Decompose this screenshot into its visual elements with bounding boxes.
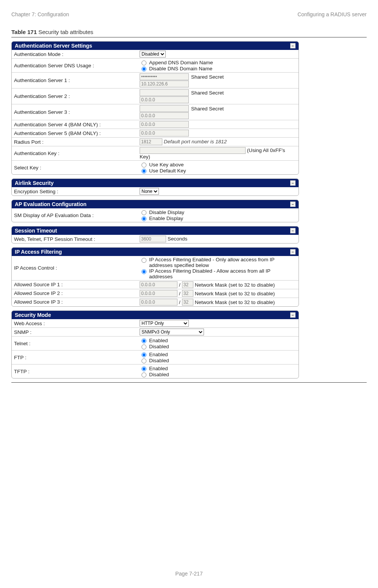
page-footer: Page 7-217: [0, 571, 378, 577]
auth-server3-ip[interactable]: [140, 112, 189, 119]
slash-label: /: [179, 299, 180, 305]
tftp-label: TFTP :: [12, 365, 137, 379]
snmp-select[interactable]: SNMPv3 Only: [140, 329, 204, 335]
collapse-icon[interactable]: −: [290, 202, 296, 207]
section-security-mode: Security Mode − Web Access : HTTP Only S…: [11, 310, 299, 379]
auth-server1-secret[interactable]: [140, 73, 189, 80]
table-name: Security tab attributes: [37, 29, 93, 35]
section-header-ipfilter: IP Access Filtering −: [12, 248, 299, 256]
ip-filter-disabled-radio[interactable]: [142, 269, 146, 274]
slash-label: /: [179, 282, 180, 288]
collapse-icon[interactable]: −: [290, 249, 296, 254]
divider: [11, 37, 367, 37]
use-default-key-radio[interactable]: [142, 169, 146, 174]
ip-control-label: IP Access Control :: [12, 256, 137, 280]
section-title: Security Mode: [15, 312, 51, 318]
mask-note: Network Mask (set to 32 to disable): [195, 282, 275, 288]
telnet-disabled-radio[interactable]: [142, 344, 146, 349]
encryption-select[interactable]: None: [140, 188, 159, 195]
ip-filter-disabled-label: IP Access Filtering Disabled - Allow acc…: [149, 268, 295, 279]
ip-filter-enabled-label: IP Access Filtering Enabled - Only allow…: [149, 257, 295, 268]
allowed-ip1-input[interactable]: [140, 281, 177, 288]
section-title: AP Evaluation Configuration: [15, 201, 87, 207]
table-caption: Table 171 Security tab attributes: [11, 29, 367, 35]
dns-disable-radio[interactable]: [142, 67, 146, 71]
section-header-secmode: Security Mode −: [12, 311, 299, 319]
section-title: Session Timeout: [15, 228, 57, 234]
ftp-enabled-radio[interactable]: [142, 352, 146, 357]
auth-mode-label: Authentication Mode :: [12, 50, 137, 59]
session-timeout-label: Web, Telnet, FTP Session Timeout :: [12, 235, 137, 243]
section-ap-eval: AP Evaluation Configuration − SM Display…: [11, 200, 299, 222]
disabled-label: Disabled: [149, 358, 169, 363]
session-timeout-input[interactable]: [140, 236, 166, 242]
auth-mode-select[interactable]: Disabled: [140, 51, 166, 57]
disabled-label: Disabled: [149, 344, 169, 349]
enabled-label: Enabled: [149, 352, 168, 357]
enable-display-radio[interactable]: [142, 216, 146, 221]
allowed-ip3-label: Allowed Source IP 3 :: [12, 298, 137, 306]
mask-note: Network Mask (set to 32 to disable): [195, 291, 275, 296]
shared-secret-label: Shared Secret: [191, 90, 224, 96]
collapse-icon[interactable]: −: [290, 228, 296, 233]
dns-disable-label: Disable DNS Domain Name: [149, 66, 212, 71]
allowed-ip3-mask[interactable]: [182, 299, 193, 306]
section-title: Airlink Security: [15, 180, 54, 186]
collapse-icon[interactable]: −: [290, 180, 296, 186]
enabled-label: Enabled: [149, 338, 168, 343]
page-header: Chapter 7: Configuration Configuring a R…: [11, 11, 367, 17]
auth-server1-label: Authentication Server 1 :: [12, 73, 137, 88]
shared-secret-label: Shared Secret: [191, 106, 224, 112]
section-title: IP Access Filtering: [15, 249, 62, 255]
slash-label: /: [179, 291, 180, 296]
section-header-airlink: Airlink Security −: [12, 179, 299, 187]
telnet-enabled-radio[interactable]: [142, 338, 146, 343]
dns-append-radio[interactable]: [142, 61, 146, 65]
section-header-apeval: AP Evaluation Configuration −: [12, 200, 299, 208]
ftp-disabled-radio[interactable]: [142, 358, 146, 363]
mask-note: Network Mask (set to 32 to disable): [195, 299, 275, 305]
allowed-ip1-label: Allowed Source IP 1 :: [12, 280, 137, 289]
snmp-label: SNMP :: [12, 328, 137, 337]
auth-server4-ip[interactable]: [140, 121, 189, 128]
shared-secret-label: Shared Secret: [191, 74, 224, 80]
select-key-label: Select Key :: [12, 161, 137, 175]
telnet-label: Telnet :: [12, 337, 137, 351]
tftp-disabled-radio[interactable]: [142, 372, 146, 377]
disable-display-radio[interactable]: [142, 210, 146, 215]
section-title: Authentication Server Settings: [15, 43, 92, 49]
encryption-label: Encryption Setting :: [12, 187, 137, 195]
disable-display-label: Disable Display: [149, 209, 184, 215]
web-access-label: Web Access :: [12, 319, 137, 328]
auth-server4-label: Authentication Server 4 (BAM ONLY) :: [12, 120, 137, 129]
auth-key-label: Authentication Key :: [12, 146, 137, 161]
use-key-above-label: Use Key above: [149, 162, 184, 168]
disabled-label: Disabled: [149, 372, 169, 377]
auth-server1-ip[interactable]: [140, 81, 189, 87]
use-key-above-radio[interactable]: [142, 163, 146, 168]
allowed-ip3-input[interactable]: [140, 299, 177, 306]
section-auth-settings: Authentication Server Settings − Authent…: [11, 41, 299, 175]
tftp-enabled-radio[interactable]: [142, 366, 146, 371]
auth-server2-secret[interactable]: [140, 89, 189, 96]
auth-server3-secret[interactable]: [140, 105, 189, 112]
allowed-ip2-input[interactable]: [140, 290, 177, 297]
section-header-auth: Authentication Server Settings −: [12, 42, 299, 50]
radius-port-input[interactable]: [140, 138, 162, 145]
auth-server2-ip[interactable]: [140, 96, 189, 103]
auth-key-input[interactable]: [140, 147, 246, 154]
divider: [11, 382, 367, 383]
header-right: Configuring a RADIUS server: [297, 11, 367, 17]
allowed-ip2-mask[interactable]: [182, 290, 193, 297]
web-access-select[interactable]: HTTP Only: [140, 320, 189, 327]
allowed-ip1-mask[interactable]: [182, 281, 193, 288]
use-default-key-label: Use Default Key: [149, 168, 186, 174]
section-ip-filtering: IP Access Filtering − IP Access Control …: [11, 247, 299, 307]
collapse-icon[interactable]: −: [290, 43, 296, 48]
auth-server5-ip[interactable]: [140, 130, 189, 137]
ip-filter-enabled-radio[interactable]: [142, 258, 146, 263]
auth-server2-label: Authentication Server 2 :: [12, 88, 137, 104]
dns-usage-label: Authentication Server DNS Usage :: [12, 59, 137, 73]
radius-port-label: Radius Port :: [12, 138, 137, 146]
collapse-icon[interactable]: −: [290, 312, 296, 318]
